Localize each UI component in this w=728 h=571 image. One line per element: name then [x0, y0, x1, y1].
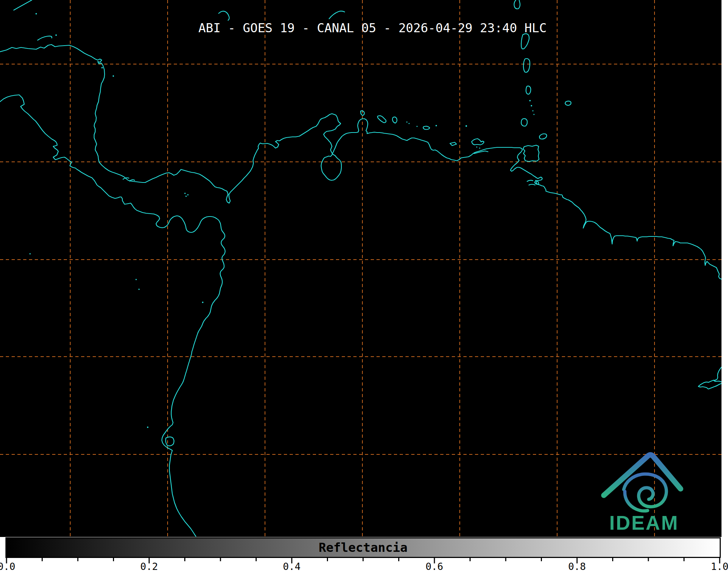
colorbar-tick-label: 0.0 — [0, 561, 15, 571]
coastline-path — [523, 145, 539, 161]
coastline-path — [521, 34, 529, 49]
coastline-path — [423, 126, 430, 130]
colorbar-tick-marks — [0, 558, 728, 564]
coastline-path — [529, 184, 535, 185]
island-dot — [113, 75, 114, 77]
satellite-figure: IDEAM ABI - GOES 19 - CANAL 05 - 2026-04… — [0, 0, 728, 571]
image-title: ABI - GOES 19 - CANAL 05 - 2026-04-29 23… — [198, 21, 547, 35]
coastline-layer — [0, 0, 721, 536]
ideam-logo-swirl-tail-icon — [625, 491, 648, 511]
colorbar-tick-label: 0.6 — [426, 561, 443, 571]
island-dots-layer — [29, 13, 534, 428]
ideam-logo-swirl-icon — [624, 474, 666, 507]
colorbar-tick-label: 1.0 — [711, 561, 728, 571]
coastline-path — [714, 367, 721, 382]
island-dot — [147, 427, 148, 428]
island-dot — [408, 123, 409, 124]
island-dot — [435, 125, 437, 126]
island-dot — [187, 194, 189, 196]
island-dot — [185, 196, 187, 197]
island-dot — [101, 67, 103, 68]
island-dot — [532, 110, 533, 111]
coastline-path — [166, 437, 174, 446]
map-canvas: IDEAM — [0, 0, 721, 537]
coastline-path — [392, 117, 397, 123]
island-dot — [533, 114, 534, 115]
latlon-grid-layer — [0, 0, 721, 537]
map-area: IDEAM ABI - GOES 19 - CANAL 05 - 2026-04… — [0, 0, 721, 537]
island-dot — [135, 279, 137, 280]
coastline-path — [329, 11, 345, 19]
island-dot — [406, 121, 407, 122]
coastline-path — [472, 139, 484, 145]
island-dot — [55, 34, 57, 36]
island-dot — [531, 105, 532, 106]
island-dot — [476, 146, 477, 147]
coastline-path — [565, 101, 571, 105]
colorbar-tick-label: 0.4 — [283, 561, 301, 571]
ideam-logo-text: IDEAM — [609, 512, 679, 534]
colorbar-tick-label: 0.8 — [568, 561, 586, 571]
island-dot — [138, 289, 140, 290]
island-dot — [202, 302, 203, 303]
coastline-path — [14, 0, 32, 10]
coastline-path — [523, 59, 530, 72]
coastline-path — [38, 36, 52, 40]
coastline-path — [0, 95, 225, 536]
island-dot — [416, 126, 417, 127]
coastline-path — [378, 116, 386, 123]
ideam-logo: IDEAM — [604, 455, 681, 534]
island-dot — [35, 13, 37, 14]
island-dot — [184, 193, 186, 194]
colorbar-gradient-bar: Reflectancia — [5, 537, 721, 558]
coastline-path — [539, 134, 547, 139]
coastline-path — [514, 0, 520, 9]
coastline-path — [521, 119, 527, 126]
island-dot — [479, 147, 480, 148]
colorbar-label: Reflectancia — [7, 538, 720, 557]
coastline-path — [526, 86, 531, 94]
island-dot — [466, 125, 467, 127]
coastline-path — [219, 11, 229, 20]
island-dot — [529, 100, 531, 101]
coastline-path — [527, 180, 533, 181]
island-dot — [29, 253, 31, 255]
colorbar-tick-label: 0.2 — [140, 561, 158, 571]
coastline-path — [130, 180, 135, 181]
coastline-path — [450, 142, 456, 146]
